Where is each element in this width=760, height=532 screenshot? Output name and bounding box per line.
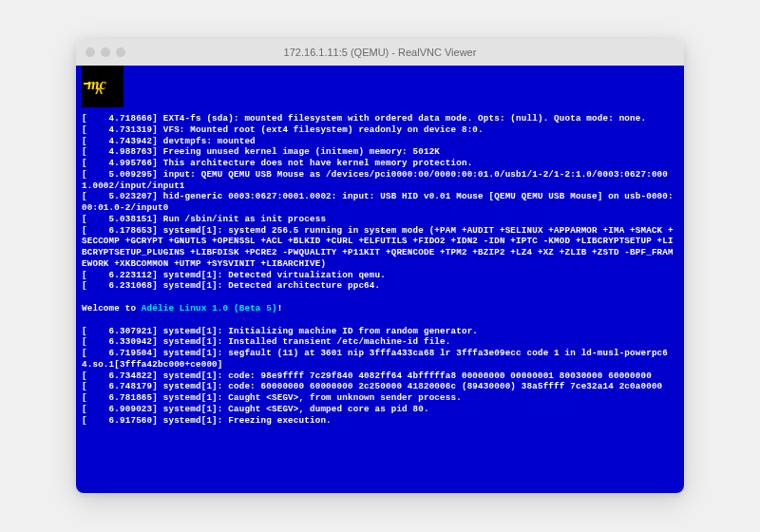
log-line: [ 5.038151] Run /sbin/init as init proce… [82, 214, 678, 225]
welcome-prefix: Welcome to [82, 303, 142, 314]
blank-line [82, 314, 678, 326]
log-line: [ 4.995766] This architecture does not h… [82, 158, 678, 169]
distro-name: Adélie Linux 1.0 (Beta 5) [142, 303, 277, 314]
minimize-button[interactable] [101, 48, 110, 57]
log-line: [ 4.731319] VFS: Mounted root (ext4 file… [82, 124, 678, 136]
log-line: [ 6.307921] systemd[1]: Initializing mac… [82, 326, 678, 337]
console-output[interactable]: mc ^ [ 4.718666] EXT4-fs (sda): mounted … [76, 66, 684, 493]
welcome-line: Welcome to Adélie Linux 1.0 (Beta 5)! [82, 303, 678, 314]
log-line: [ 6.748179] systemd[1]: code: 60000000 6… [82, 381, 678, 392]
log-line: [ 4.718666] EXT4-fs (sda): mounted files… [82, 113, 678, 124]
close-button[interactable] [86, 48, 95, 57]
mc-logo: mc ^ [82, 66, 124, 107]
log-line: [ 6.330942] systemd[1]: Installed transi… [82, 336, 678, 348]
log-line: [ 6.223112] systemd[1]: Detected virtual… [82, 270, 678, 281]
log-line: [ 6.734822] systemd[1]: code: 98e9ffff 7… [82, 370, 678, 382]
titlebar[interactable]: 172.16.1.11:5 (QEMU) - RealVNC Viewer [76, 39, 684, 66]
log-line: [ 6.781865] systemd[1]: Caught <SEGV>, f… [82, 392, 678, 404]
traffic-lights [86, 48, 125, 57]
log-line: [ 4.988763] Freeing unused kernel image … [82, 146, 678, 158]
zoom-button[interactable] [116, 48, 125, 57]
log-line: [ 6.231068] systemd[1]: Detected archite… [82, 280, 678, 292]
blank-line [82, 292, 678, 303]
log-line: [ 6.178653] systemd[1]: systemd 256.5 ru… [82, 225, 678, 270]
window-title: 172.16.1.11:5 (QEMU) - RealVNC Viewer [76, 47, 684, 58]
boot-log-block-1: [ 4.718666] EXT4-fs (sda): mounted files… [82, 113, 678, 292]
log-line: [ 6.917560] systemd[1]: Freezing executi… [82, 415, 678, 427]
log-line: [ 6.909023] systemd[1]: Caught <SEGV>, d… [82, 404, 678, 415]
log-line: [ 4.743942] devtmpfs: mounted [82, 136, 678, 147]
welcome-suffix: ! [277, 303, 283, 314]
logo-caret: ^ [95, 86, 104, 104]
log-line: [ 5.009295] input: QEMU QEMU USB Mouse a… [82, 169, 678, 192]
log-line: [ 6.719504] systemd[1]: segfault (11) at… [82, 348, 678, 370]
vnc-window: 172.16.1.11:5 (QEMU) - RealVNC Viewer mc… [76, 39, 684, 493]
log-line: [ 5.023207] hid-generic 0003:0627:0001.0… [82, 191, 678, 214]
boot-log-block-2: [ 6.307921] systemd[1]: Initializing mac… [82, 326, 678, 427]
